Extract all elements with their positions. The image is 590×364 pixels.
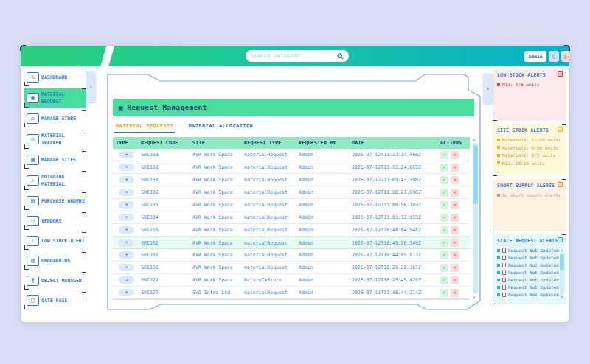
reject-button[interactable]: ✕ bbox=[451, 189, 459, 197]
tab-material-allocation[interactable]: MATERIAL ALLOCATION bbox=[187, 122, 254, 133]
request-date: 2025-07-12T11:09:43.390Z bbox=[349, 177, 437, 183]
site: AVR Work Space bbox=[190, 240, 241, 246]
sidebar-item-material-request[interactable]: ▣ MATERIAL REQUEST bbox=[24, 88, 86, 108]
expand-row-plus-icon[interactable]: + bbox=[119, 239, 134, 247]
table-scrollbar[interactable] bbox=[473, 143, 478, 293]
approve-button[interactable]: ✓ bbox=[440, 264, 448, 272]
reject-button[interactable]: ✕ bbox=[451, 264, 459, 272]
request-code: SRID34 bbox=[138, 214, 190, 220]
pulse-icon: ∿ bbox=[27, 72, 39, 83]
approve-button[interactable]: ✓ bbox=[440, 276, 448, 284]
alert-item: Request Not Updated > 7 Days:… bbox=[497, 255, 562, 260]
table-row[interactable]: + SRID27 SVD Infra Ltd. materialRequest … bbox=[113, 287, 470, 299]
request-type: materialRequest bbox=[241, 177, 296, 183]
approve-button[interactable]: ✓ bbox=[440, 164, 448, 172]
approve-button[interactable]: ✓ bbox=[440, 214, 448, 222]
approve-button[interactable]: ✓ bbox=[440, 151, 448, 159]
scrollbar-thumb[interactable] bbox=[473, 145, 478, 204]
trash-icon[interactable] bbox=[502, 278, 506, 282]
scroll-up-icon[interactable]: ▲ bbox=[473, 137, 476, 141]
sidebar-item-object-manager[interactable]: ⚷ OBJECT MANAGER bbox=[24, 272, 86, 290]
expand-row-plus-icon[interactable]: + bbox=[119, 289, 134, 296]
logout-icon[interactable]: [→ bbox=[561, 51, 569, 62]
approve-button[interactable]: ✓ bbox=[440, 289, 448, 297]
reject-button[interactable]: ✕ bbox=[451, 201, 459, 209]
sidebar-collapse-button[interactable]: ‹ bbox=[86, 71, 96, 102]
table-row[interactable]: + SRID39 AVR Work Space materialRequest … bbox=[113, 149, 470, 161]
table-row[interactable]: + SRID38 AVR Work Space materialRequest … bbox=[113, 161, 470, 174]
reject-button[interactable]: ✕ bbox=[451, 289, 459, 297]
alerts-scrollbar[interactable]: ▲ ▼ bbox=[560, 248, 564, 299]
alert-item: Request Not Updated > 7 Days:… bbox=[497, 248, 562, 253]
table-row[interactable]: + SRID36 AVR Work Space materialRequest … bbox=[113, 186, 470, 199]
table-row[interactable]: + SRID34 AVR Work Space materialRequest … bbox=[113, 211, 470, 224]
request-type: materialRequest bbox=[241, 252, 296, 258]
scroll-down-icon[interactable]: ▼ bbox=[473, 295, 476, 300]
table-row[interactable]: ↺ SRID29 AVR Work Space ReturnToStore Ad… bbox=[113, 274, 470, 287]
expand-row-plus-icon[interactable]: + bbox=[119, 264, 134, 271]
bullet-icon bbox=[497, 154, 500, 157]
table-row[interactable]: + SRID37 AVR Work Space materialRequest … bbox=[113, 174, 470, 186]
scrollbar-thumb[interactable] bbox=[560, 254, 564, 270]
tab-material-requests[interactable]: MATERIAL REQUESTS bbox=[114, 122, 175, 133]
sidebar-item-dashboard[interactable]: ∿ DASHBOARD bbox=[24, 69, 86, 86]
expand-row-plus-icon[interactable]: + bbox=[119, 214, 134, 221]
window-corner-bracket bbox=[20, 45, 26, 51]
request-type: materialRequest bbox=[241, 240, 296, 246]
expand-row-plus-icon[interactable]: + bbox=[119, 226, 134, 234]
sidebar-item-outgoing-material[interactable]: ⚠ OUTGOING MATERIAL bbox=[24, 171, 86, 190]
expand-row-plus-icon[interactable]: + bbox=[119, 176, 134, 183]
sidebar-item-manage-store[interactable]: ⌂ MANAGE STORE bbox=[24, 110, 86, 127]
admin-button[interactable]: Admin bbox=[524, 51, 546, 62]
reject-button[interactable]: ✕ bbox=[451, 276, 459, 284]
expand-row-plus-icon[interactable]: + bbox=[119, 189, 134, 196]
trash-icon[interactable] bbox=[502, 270, 506, 275]
scroll-up-icon[interactable]: ▲ bbox=[560, 248, 563, 252]
request-type: materialRequest bbox=[241, 152, 296, 158]
sidebar-item-material-tracker[interactable]: ◎ MATERIAL TRACKER bbox=[24, 130, 86, 149]
search-icon[interactable] bbox=[337, 53, 344, 60]
reject-button[interactable]: ✕ bbox=[451, 226, 459, 234]
expand-row-plus-icon[interactable]: + bbox=[119, 201, 134, 209]
reject-button[interactable]: ✕ bbox=[451, 151, 459, 159]
table-row[interactable]: + SRID35 AVR Work Space materialRequest … bbox=[113, 199, 470, 211]
approve-button[interactable]: ✓ bbox=[440, 239, 448, 247]
alert-card-title: LOW STOCK ALERTS bbox=[497, 72, 562, 78]
expand-row-plus-icon[interactable]: + bbox=[119, 251, 134, 259]
alerts-collapse-button[interactable]: › bbox=[483, 73, 493, 104]
sidebar-item-vendors[interactable]: ⚇ VENDORS bbox=[24, 212, 86, 230]
trash-icon[interactable] bbox=[502, 293, 506, 297]
table-row[interactable]: + SRID33 AVR Work Space materialRequest … bbox=[113, 224, 470, 237]
request-code: SRID27 bbox=[138, 290, 190, 295]
sidebar-item-purchase-orders[interactable]: ▤ PURCHASE ORDERS bbox=[24, 192, 86, 210]
table-row-selected[interactable]: + SRID32 AVR Work Space materialRequest … bbox=[113, 237, 470, 249]
sidebar-item-manage-sites[interactable]: ▦ MANAGE SITES bbox=[24, 151, 86, 169]
approve-button[interactable]: ✓ bbox=[440, 176, 448, 184]
reject-button[interactable]: ✕ bbox=[451, 239, 459, 247]
reject-button[interactable]: ✕ bbox=[451, 164, 459, 172]
table-row[interactable]: + SRID31 AVR Work Space materialRequest … bbox=[113, 249, 470, 262]
theme-toggle-moon-icon[interactable]: ☾ bbox=[549, 51, 559, 62]
reject-button[interactable]: ✕ bbox=[451, 214, 459, 222]
approve-button[interactable]: ✓ bbox=[440, 251, 448, 259]
sidebar-item-low-stock-alert[interactable]: ⚠ LOW STOCK ALERT bbox=[24, 232, 86, 250]
approve-button[interactable]: ✓ bbox=[440, 201, 448, 209]
trash-icon[interactable] bbox=[502, 256, 506, 260]
expand-row-plus-icon[interactable]: + bbox=[119, 164, 134, 171]
approve-button[interactable]: ✓ bbox=[440, 226, 448, 234]
reject-button[interactable]: ✕ bbox=[451, 176, 459, 184]
alert-card-title: SHORT SUPPLY ALERTS bbox=[497, 183, 562, 189]
sidebar-item-gate-pass[interactable]: ▢ GATE PASS bbox=[24, 292, 86, 309]
search-input[interactable] bbox=[251, 53, 334, 59]
approve-button[interactable]: ✓ bbox=[440, 189, 448, 197]
table-row[interactable]: + SRID30 AVR Work Space materialRequest … bbox=[113, 262, 470, 274]
trash-icon[interactable] bbox=[502, 263, 506, 267]
sidebar-item-onboarding[interactable]: ▥ ONBOARDING bbox=[24, 252, 86, 270]
trash-icon[interactable] bbox=[502, 248, 506, 253]
return-to-store-icon[interactable]: ↺ bbox=[119, 276, 134, 284]
requested-by: Admin bbox=[296, 240, 349, 246]
reject-button[interactable]: ✕ bbox=[451, 251, 459, 259]
trash-icon[interactable] bbox=[502, 285, 506, 290]
expand-row-plus-icon[interactable]: + bbox=[119, 151, 134, 158]
scroll-down-icon[interactable]: ▼ bbox=[560, 295, 563, 299]
